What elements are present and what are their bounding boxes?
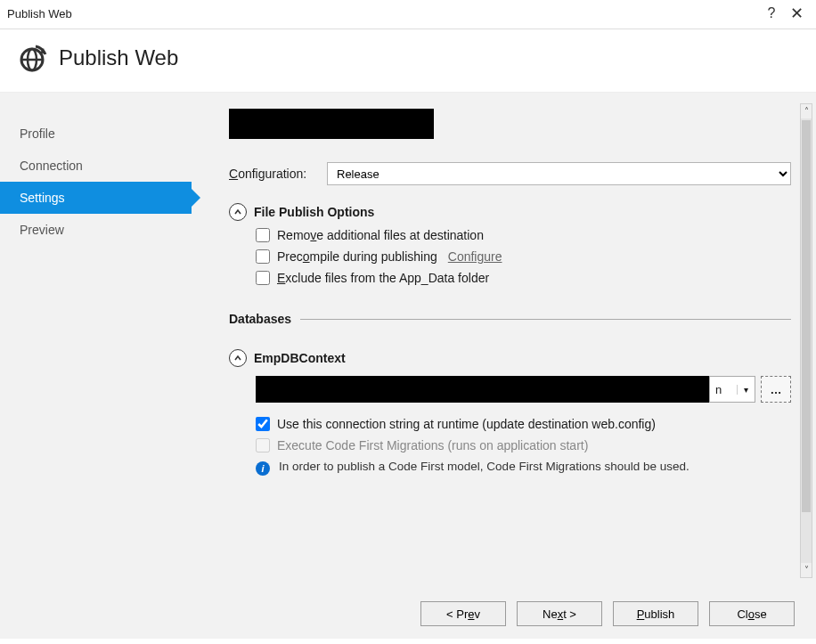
connection-dropdown-icon[interactable]: ▾ (737, 385, 755, 395)
info-text: In order to publish a Code First model, … (279, 460, 690, 476)
collapse-file-publish-icon[interactable] (229, 203, 247, 221)
help-icon[interactable]: ? (759, 5, 784, 21)
precompile-label: Precompile during publishing (277, 249, 437, 264)
use-connection-label: Use this connection string at runtime (u… (277, 417, 656, 431)
wizard-nav: Profile Connection Settings Preview (0, 93, 192, 589)
configuration-label: Configuration: (229, 167, 318, 181)
use-connection-checkbox-row[interactable]: Use this connection string at runtime (u… (256, 417, 791, 431)
settings-panel: Configuration: Release File Publish Opti… (192, 93, 816, 589)
redacted-profile-name (229, 109, 434, 139)
db-context-heading: EmpDBContext (254, 351, 346, 365)
prev-button[interactable]: < Prev (420, 601, 506, 626)
nav-profile[interactable]: Profile (0, 118, 192, 150)
remove-additional-checkbox-row[interactable]: Remove additional files at destination (256, 228, 791, 242)
exclude-appdata-checkbox[interactable] (256, 271, 270, 285)
connection-string-tail: n (710, 383, 737, 396)
nav-preview[interactable]: Preview (0, 214, 192, 246)
exec-migrations-label: Execute Code First Migrations (runs on a… (277, 438, 588, 452)
publish-button[interactable]: Publish (613, 601, 698, 626)
titlebar: Publish Web ? ✕ (0, 0, 816, 29)
exclude-appdata-checkbox-row[interactable]: Exclude files from the App_Data folder (256, 271, 791, 285)
close-icon[interactable]: ✕ (784, 4, 809, 23)
databases-heading: Databases (229, 312, 291, 326)
window-title: Publish Web (7, 7, 759, 20)
dialog-title: Publish Web (59, 45, 178, 70)
remove-additional-label: Remove additional files at destination (277, 228, 484, 242)
exec-migrations-checkbox-row: Execute Code First Migrations (runs on a… (256, 438, 791, 452)
precompile-checkbox-row[interactable]: Precompile during publishing Configure (256, 249, 791, 264)
nav-connection[interactable]: Connection (0, 150, 192, 182)
collapse-db-context-icon[interactable] (229, 349, 247, 367)
remove-additional-checkbox[interactable] (256, 228, 270, 242)
file-publish-heading: File Publish Options (254, 205, 374, 219)
connection-string-input[interactable]: n ▾ (256, 376, 755, 403)
use-connection-checkbox[interactable] (256, 417, 270, 431)
scroll-thumb[interactable] (802, 120, 811, 512)
dialog-footer: < Prev Next > Publish Close (0, 589, 816, 639)
connection-browse-button[interactable]: … (761, 376, 791, 403)
exclude-appdata-label: Exclude files from the App_Data folder (277, 271, 489, 285)
nav-settings[interactable]: Settings (0, 182, 192, 214)
dialog-header: Publish Web (0, 29, 816, 92)
globe-publish-icon (16, 42, 48, 74)
configuration-select[interactable]: Release (327, 162, 791, 185)
configure-link[interactable]: Configure (448, 249, 502, 264)
scroll-down-icon[interactable]: ˅ (801, 563, 812, 577)
precompile-checkbox[interactable] (256, 249, 270, 264)
dialog-body: Profile Connection Settings Preview Conf… (0, 92, 816, 589)
exec-migrations-checkbox (256, 438, 270, 452)
next-button[interactable]: Next > (517, 601, 602, 626)
vertical-scrollbar[interactable]: ˄ ˅ (800, 103, 812, 578)
scroll-up-icon[interactable]: ˄ (801, 104, 812, 118)
divider (300, 319, 791, 320)
close-button[interactable]: Close (709, 601, 795, 626)
info-icon: i (256, 461, 270, 476)
